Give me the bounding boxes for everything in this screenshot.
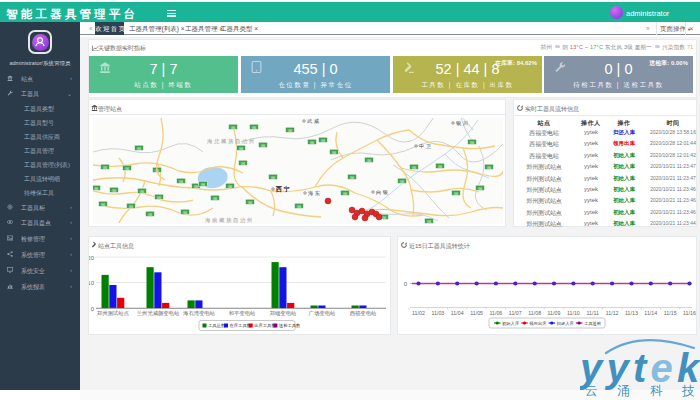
svg-text:工具送检: 工具送检 [584,321,602,326]
svg-text:广场变电站: 广场变电站 [308,310,336,317]
svg-text:11/10: 11/10 [567,310,580,316]
svg-text:G6: G6 [252,126,257,130]
svg-text:G6: G6 [94,187,99,191]
svg-text:武威: 武威 [307,118,321,124]
svg-text:海石湾变电站: 海石湾变电站 [183,310,215,317]
svg-text:0: 0 [91,306,95,312]
svg-text:G6: G6 [332,151,337,155]
svg-text:11/08: 11/08 [528,310,541,316]
svg-text:银川: 银川 [456,120,470,126]
svg-text:云: 云 [585,384,598,398]
svg-text:G6: G6 [125,167,130,171]
svg-text:海东: 海东 [308,190,322,197]
svg-text:科: 科 [650,384,663,398]
svg-text:11/09: 11/09 [548,310,561,316]
svg-text:兰州光威颜变电站: 兰州光威颜变电站 [137,310,180,317]
svg-text:G6: G6 [271,176,276,180]
svg-text:出库工具数: 出库工具数 [254,323,276,328]
svg-text:11/13: 11/13 [625,310,638,316]
svg-text:G6: G6 [400,180,405,184]
svg-text:11/03: 11/03 [431,310,444,316]
svg-text:G6: G6 [213,197,218,201]
svg-text:G6: G6 [228,185,233,189]
svg-text:G6: G6 [137,147,142,151]
svg-text:郑端变电站: 郑端变电站 [270,310,297,317]
svg-text:G6: G6 [112,189,117,193]
svg-text:工具总数: 工具总数 [208,323,226,328]
svg-text:11/15: 11/15 [664,310,677,316]
svg-text:G6: G6 [438,165,443,169]
svg-text:G6: G6 [157,196,162,200]
svg-text:11/11: 11/11 [586,310,599,316]
svg-text:在库工具数: 在库工具数 [230,323,252,328]
svg-text:海北藏族自治州: 海北藏族自治州 [207,138,256,145]
svg-text:G6: G6 [239,147,244,151]
svg-text:白银: 白银 [376,189,390,196]
svg-text:G6: G6 [367,159,372,163]
svg-text:涌: 涌 [617,384,630,398]
svg-text:G6: G6 [343,192,348,196]
svg-text:G6: G6 [101,203,106,207]
svg-text:0: 0 [404,281,408,287]
svg-text:11/12: 11/12 [606,310,619,316]
svg-text:G6: G6 [321,139,326,143]
svg-text:11/04: 11/04 [451,310,464,316]
svg-text:G6: G6 [231,126,236,130]
svg-text:G6: G6 [179,180,184,184]
svg-text:G6: G6 [310,141,315,145]
svg-text:G6: G6 [103,166,108,170]
svg-text:11/16: 11/16 [683,310,696,316]
svg-text:郑州测试站点: 郑州测试站点 [97,310,129,317]
svg-text:G6: G6 [478,187,483,191]
svg-text:G6: G6 [140,190,145,194]
svg-text:G6: G6 [241,162,246,166]
svg-text:技: 技 [681,384,695,398]
svg-text:和平变电站: 和平变电站 [229,310,256,317]
svg-text:中卫: 中卫 [419,143,433,149]
svg-text:海南藏族自治州: 海南藏族自治州 [205,217,254,224]
svg-text:G6: G6 [454,192,459,196]
svg-text:G6: G6 [350,176,355,180]
svg-text:yytek: yytek [580,345,700,389]
svg-text:西宁: 西宁 [275,185,292,193]
svg-text:G6: G6 [487,166,492,170]
svg-text:G6: G6 [470,141,475,145]
svg-text:初始入库: 初始入库 [502,321,520,326]
svg-text:西福变电站: 西福变电站 [350,310,377,317]
svg-text:送检工具数: 送检工具数 [278,323,301,328]
svg-text:G6: G6 [288,129,293,133]
svg-text:G6: G6 [382,216,387,220]
svg-text:11/06: 11/06 [489,310,502,316]
svg-text:G6: G6 [183,211,188,215]
svg-text:10: 10 [89,280,95,286]
svg-text:G6: G6 [427,220,432,224]
svg-text:11/02: 11/02 [412,310,425,316]
svg-text:20: 20 [89,255,95,261]
svg-text:归还入库: 归还入库 [557,321,575,326]
svg-text:G6: G6 [148,213,153,217]
svg-text:11/14: 11/14 [644,310,657,316]
svg-text:G6: G6 [201,183,206,187]
svg-text:G6: G6 [248,201,253,205]
svg-text:G6: G6 [194,185,199,189]
svg-text:G6: G6 [297,205,302,209]
svg-text:G6: G6 [261,144,266,148]
svg-text:11/07: 11/07 [509,310,522,316]
svg-text:G6: G6 [412,166,417,170]
svg-text:领用出库: 领用出库 [529,321,547,326]
svg-text:G6: G6 [129,205,134,209]
svg-text:11/05: 11/05 [470,310,483,316]
